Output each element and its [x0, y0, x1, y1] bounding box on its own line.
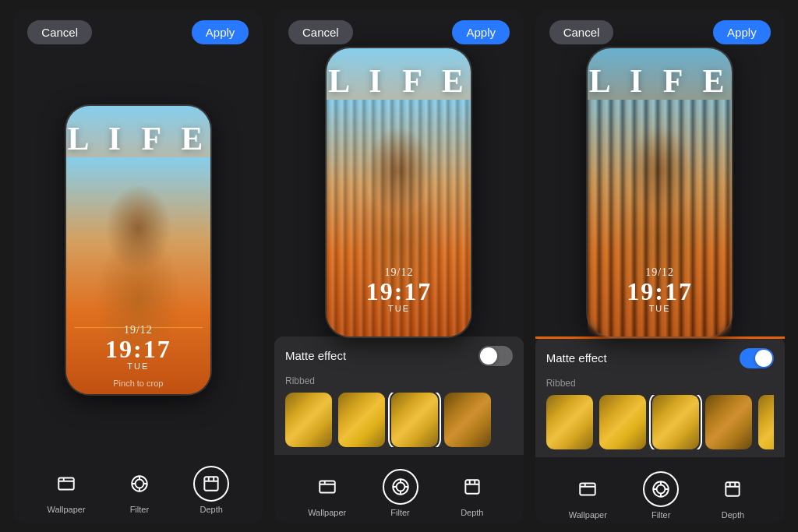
panel-2-depth-icon-wrap [454, 469, 490, 505]
panel-2-thumb-4[interactable] [444, 393, 491, 447]
panel-1-clock-time: 19:17 [105, 336, 171, 361]
panel-3-thumb-4-inner [705, 395, 752, 449]
panel-3-thumb-1-inner [546, 395, 593, 449]
panel-2-filter-panel: Matte effect Ribbed [274, 336, 524, 455]
depth-icon-3 [722, 479, 743, 499]
panel-2-toolbar: Wallpaper Filter [274, 455, 524, 523]
panels-container: Cancel Apply L I F E 19/12 19:17 TUE Pin… [0, 0, 798, 532]
panel-1-phone-bg: L I F E 19/12 19:17 TUE Pinch to crop [66, 106, 210, 394]
panel-3-filter-icon-wrap [643, 471, 679, 507]
panel-3-thumb-2-inner [599, 395, 646, 449]
panel-1-toolbar-icons: Wallpaper Filter [13, 460, 263, 514]
panel-3-thumb-5[interactable] [758, 395, 774, 449]
panel-2-thumb-3[interactable] [391, 393, 438, 447]
panel-3-wallpaper-tool[interactable]: Wallpaper [569, 471, 607, 520]
panel-1-filter-label: Filter [130, 505, 149, 514]
panel-2-filter-tool[interactable]: Filter [383, 469, 418, 517]
panel-3-wallpaper-icon-wrap [570, 471, 606, 507]
panel-2-clock: 19/12 19:17 TUE [366, 266, 433, 313]
panel-2: Cancel Apply L I F E 19/12 19:17 TUE [274, 9, 524, 523]
svg-rect-7 [204, 477, 217, 490]
panel-2-matte-toggle[interactable] [478, 346, 513, 366]
panel-2-filter-category: Ribbed [285, 375, 513, 386]
panel-2-filter-label: Filter [390, 508, 409, 517]
panel-3-header: Cancel Apply [535, 9, 785, 55]
panel-2-clock-time: 19:17 [366, 279, 433, 304]
panel-2-thumb-1[interactable] [285, 393, 332, 447]
panel-1-depth-tool[interactable]: Depth [193, 466, 229, 514]
panel-2-filter-thumbs [285, 393, 513, 447]
panel-2-cancel-button[interactable]: Cancel [288, 20, 353, 44]
panel-3-clock-time: 19:17 [627, 279, 693, 304]
panel-1-wallpaper-label: Wallpaper [47, 505, 85, 514]
panel-1-phone-area: L I F E 19/12 19:17 TUE Pinch to crop [13, 9, 263, 452]
panel-3-filter-tool[interactable]: Filter [643, 471, 679, 520]
svg-point-1 [135, 479, 143, 488]
panel-3-life-text: L I F E [589, 48, 731, 100]
panel-3-thumb-4[interactable] [705, 395, 752, 449]
panel-3-thumb-3-inner [652, 395, 699, 449]
panel-2-thumb-4-inner [444, 393, 491, 447]
depth-icon [201, 474, 221, 494]
svg-rect-0 [58, 477, 74, 489]
panel-2-matte-section: Matte effect [274, 336, 524, 366]
panel-3-depth-label: Depth [722, 510, 744, 520]
svg-point-17 [657, 484, 666, 493]
panel-2-wallpaper-icon-wrap [309, 469, 345, 505]
filter-icon-2 [390, 477, 411, 497]
filter-icon [129, 474, 150, 494]
panel-2-filter-icon-wrap [383, 469, 418, 505]
panel-1-phone-mockup: L I F E 19/12 19:17 TUE Pinch to crop [66, 106, 210, 394]
panel-3-filter-panel: Matte effect Ribbed [535, 336, 785, 457]
panel-3-thumb-3[interactable] [652, 395, 699, 449]
panel-1-depth-icon-wrap [193, 466, 229, 502]
panel-3-phone-bg: L I F E 19/12 19:17 TUE [588, 48, 732, 336]
panel-2-header: Cancel Apply [274, 9, 524, 55]
panel-3-depth-tool[interactable]: Depth [715, 471, 750, 520]
panel-1-wallpaper-tool[interactable]: Wallpaper [47, 466, 85, 514]
depth-icon-2 [462, 477, 482, 497]
panel-3-matte-row: Matte effect [546, 348, 774, 368]
panel-2-wallpaper-tool[interactable]: Wallpaper [308, 469, 346, 517]
panel-3-apply-button[interactable]: Apply [713, 20, 771, 44]
panel-2-depth-tool[interactable]: Depth [454, 469, 490, 517]
panel-3-filter-category: Ribbed [546, 378, 774, 389]
panel-3-matte-label: Matte effect [546, 351, 607, 365]
panel-3-wallpaper-label: Wallpaper [569, 510, 607, 520]
panel-3-thumb-5-inner [758, 395, 774, 449]
panel-3-cancel-button[interactable]: Cancel [549, 20, 614, 44]
panel-3-toggle-knob [755, 350, 772, 367]
panel-2-toggle-knob [480, 347, 497, 365]
panel-1-apply-button[interactable]: Apply [192, 20, 249, 44]
panel-1-header: Cancel Apply [13, 9, 263, 55]
panel-2-thumb-2-inner [338, 393, 385, 447]
panel-3-phone-area: L I F E 19/12 19:17 TUE [535, 9, 785, 336]
panel-3-matte-section: Matte effect [535, 339, 785, 368]
wallpaper-icon [56, 474, 76, 494]
panel-2-thumb-2[interactable] [338, 393, 385, 447]
panel-2-wallpaper-label: Wallpaper [308, 508, 346, 517]
panel-3-filter-thumbs [546, 395, 774, 449]
panel-1-depth-label: Depth [200, 505, 222, 514]
svg-rect-8 [320, 481, 335, 492]
panel-3-filter-thumbs-section: Ribbed [535, 378, 785, 457]
filter-icon-3 [651, 479, 671, 499]
wallpaper-icon-2 [317, 477, 337, 497]
panel-3-toolbar-icons: Wallpaper Filter [535, 465, 785, 520]
panel-1-filter-icon-wrap [122, 466, 157, 502]
wallpaper-icon-3 [577, 479, 598, 499]
panel-2-matte-row: Matte effect [285, 346, 513, 366]
panel-3-toolbar: Wallpaper Filter [535, 457, 785, 523]
svg-point-9 [396, 482, 404, 491]
panel-2-thumb-1-inner [285, 393, 332, 447]
panel-3: Cancel Apply L I F E 19/12 19:17 TUE [535, 9, 785, 523]
panel-1-filter-tool[interactable]: Filter [122, 466, 157, 514]
panel-1-cancel-button[interactable]: Cancel [27, 20, 92, 44]
panel-3-thumb-1[interactable] [546, 395, 593, 449]
panel-2-matte-label: Matte effect [285, 349, 346, 362]
panel-2-thumb-3-inner [391, 393, 438, 447]
panel-3-matte-toggle[interactable] [740, 348, 774, 368]
panel-3-depth-icon-wrap [715, 471, 750, 507]
panel-3-thumb-2[interactable] [599, 395, 646, 449]
panel-2-apply-button[interactable]: Apply [452, 20, 510, 44]
